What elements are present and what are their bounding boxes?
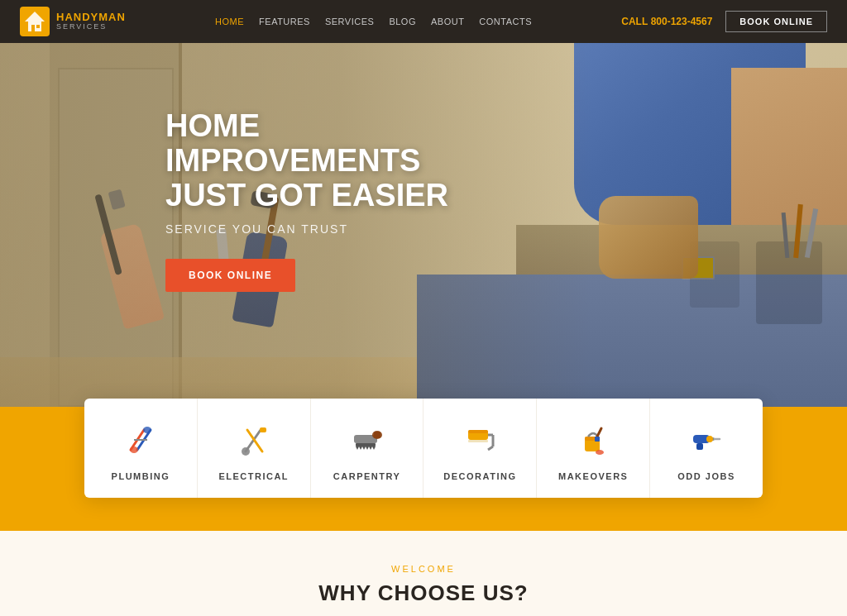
- svg-marker-16: [356, 446, 359, 450]
- nav-about[interactable]: ABOUT: [431, 17, 464, 26]
- svg-rect-3: [31, 25, 35, 31]
- carpentry-icon: [346, 418, 389, 461]
- svg-marker-20: [369, 446, 372, 450]
- svg-rect-33: [595, 437, 600, 442]
- svg-point-39: [706, 436, 713, 442]
- odd-jobs-icon: [685, 418, 728, 461]
- why-section: Welcome WHY CHOOSE US?: [0, 531, 847, 616]
- header-right: CALL 800-123-4567 BOOK ONLINE: [621, 11, 827, 32]
- hero-book-button[interactable]: BOOK ONLINE: [165, 259, 295, 292]
- services-row: PLUMBING ELECTRICAL: [0, 399, 847, 498]
- svg-marker-18: [362, 446, 366, 450]
- phone-number: 800-123-4567: [651, 16, 713, 27]
- carpentry-label: CARPENTRY: [333, 471, 401, 481]
- services-band: PLUMBING ELECTRICAL: [0, 407, 847, 531]
- electrical-label: ELECTRICAL: [218, 471, 289, 481]
- svg-marker-21: [372, 446, 376, 450]
- plumbing-icon: [119, 418, 162, 461]
- svg-rect-13: [260, 427, 266, 432]
- svg-rect-38: [696, 443, 703, 450]
- nav-home[interactable]: HOME: [215, 17, 244, 26]
- header-book-button[interactable]: BOOK ONLINE: [725, 11, 827, 32]
- service-odd-jobs[interactable]: ODD JOBS: [650, 399, 763, 498]
- nav-features[interactable]: FEATURES: [259, 17, 310, 26]
- service-electrical[interactable]: ELECTRICAL: [198, 399, 311, 498]
- svg-rect-4: [36, 25, 40, 28]
- electrical-icon: [232, 418, 275, 461]
- main-nav: HOME FEATURES SERVICES BLOG ABOUT CONTAC…: [215, 17, 532, 26]
- why-welcome-label: Welcome: [0, 564, 847, 574]
- decorating-label: DECORATING: [443, 471, 516, 481]
- service-carpentry[interactable]: CARPENTRY: [311, 399, 424, 498]
- svg-line-28: [488, 446, 493, 450]
- hero-section: HOME IMPROVEMENTS JUST GOT EASIER SERVIC…: [0, 43, 847, 407]
- hero-content: HOME IMPROVEMENTS JUST GOT EASIER SERVIC…: [0, 43, 847, 292]
- nav-services[interactable]: SERVICES: [325, 17, 374, 26]
- logo-brand: HANDYMAN: [56, 12, 126, 23]
- nav-blog[interactable]: BLOG: [389, 17, 416, 26]
- odd-jobs-label: ODD JOBS: [677, 471, 735, 481]
- plumbing-label: PLUMBING: [112, 471, 170, 481]
- svg-point-7: [130, 446, 138, 453]
- svg-marker-17: [359, 446, 362, 450]
- nav-contacts[interactable]: CONTACTS: [479, 17, 532, 26]
- why-title: WHY CHOOSE US?: [0, 580, 847, 606]
- svg-rect-15: [356, 443, 376, 446]
- hero-subtitle: SERVICE YOU CAN TRUST: [165, 222, 847, 236]
- svg-point-34: [596, 450, 604, 455]
- yellow-band-bottom: [0, 498, 847, 531]
- service-makeovers[interactable]: MAKEOVERS: [537, 399, 650, 498]
- hero-title: HOME IMPROVEMENTS JUST GOT EASIER: [165, 109, 513, 212]
- svg-rect-23: [374, 432, 380, 438]
- svg-rect-25: [468, 430, 488, 433]
- makeovers-icon: [572, 418, 615, 461]
- service-decorating[interactable]: DECORATING: [424, 399, 537, 498]
- logo-text: HANDYMAN SERVICES: [56, 12, 126, 31]
- svg-line-12: [247, 430, 262, 451]
- logo-services: SERVICES: [56, 23, 126, 31]
- services-card: PLUMBING ELECTRICAL: [84, 399, 763, 498]
- svg-point-8: [143, 427, 151, 433]
- logo-icon: [20, 7, 50, 36]
- makeovers-label: MAKEOVERS: [558, 471, 628, 481]
- call-info: CALL 800-123-4567: [621, 16, 712, 27]
- service-plumbing[interactable]: PLUMBING: [84, 399, 198, 498]
- decorating-icon: [458, 418, 501, 461]
- header: HANDYMAN SERVICES HOME FEATURES SERVICES…: [0, 0, 847, 43]
- svg-point-11: [242, 447, 250, 456]
- logo: HANDYMAN SERVICES: [20, 7, 126, 36]
- svg-marker-19: [366, 446, 369, 450]
- svg-rect-29: [468, 440, 488, 442]
- why-cards: [0, 606, 847, 616]
